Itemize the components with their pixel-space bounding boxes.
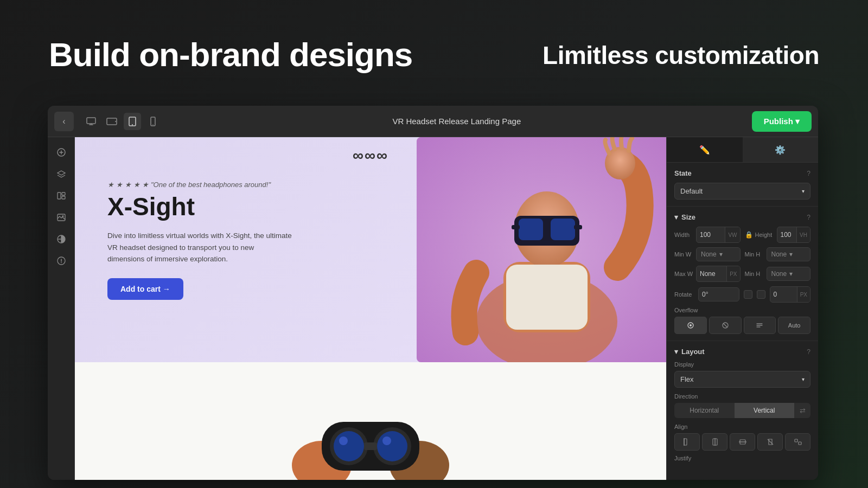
width-input-wrap: VW — [696, 227, 741, 243]
back-button[interactable]: ‹ — [54, 112, 74, 131]
height-unit: VH — [796, 227, 810, 242]
width-input[interactable] — [697, 228, 725, 241]
device-desktop-icon[interactable] — [82, 113, 100, 130]
svg-point-38 — [690, 324, 692, 326]
svg-rect-26 — [506, 265, 588, 330]
image-icon[interactable] — [52, 208, 71, 227]
svg-line-40 — [723, 323, 727, 328]
direction-swap-icon[interactable]: ⇄ — [794, 403, 810, 418]
min-w-value: None — [701, 251, 717, 258]
review-text: "One of the best headphones around!" — [151, 181, 271, 189]
device-tablet-landscape-icon[interactable] — [103, 113, 120, 130]
state-label: State — [674, 169, 692, 177]
max-w-input-wrap: PX — [696, 266, 741, 282]
back-icon: ‹ — [62, 117, 65, 126]
collapse-size-icon[interactable]: ▾ — [674, 213, 678, 221]
layout-icon[interactable] — [52, 186, 71, 206]
align-btn-5[interactable] — [785, 433, 810, 451]
svg-rect-36 — [364, 442, 377, 450]
rotate-input[interactable] — [699, 288, 739, 301]
min-w-field: Min W None ▾ — [674, 247, 741, 261]
tab-settings[interactable]: ⚙️ — [743, 137, 819, 162]
svg-point-12 — [62, 215, 63, 217]
overflow-visible-btn[interactable] — [674, 317, 707, 334]
lock-height-group: 🔒 Height VH — [745, 227, 811, 243]
svg-point-32 — [339, 436, 348, 445]
rotate-value-input[interactable] — [770, 288, 797, 301]
align-btn-1[interactable] — [674, 433, 700, 451]
max-w-input[interactable] — [697, 267, 726, 280]
rotate-checkbox1[interactable] — [744, 290, 752, 299]
lp-vr-image — [417, 137, 666, 362]
alert-icon[interactable] — [52, 251, 71, 271]
tab-style[interactable]: ✏️ — [667, 137, 743, 162]
overflow-hidden-btn[interactable] — [709, 317, 742, 334]
svg-rect-49 — [799, 442, 801, 445]
vr-person-svg — [417, 137, 666, 362]
add-to-cart-button[interactable]: Add to cart → — [107, 278, 183, 300]
lp-logo: ∞∞∞ — [353, 147, 388, 164]
rotate-label: Rotate — [674, 291, 694, 298]
state-value: Default — [680, 187, 703, 195]
max-w-unit: PX — [726, 266, 739, 281]
display-dropdown[interactable]: Flex ▾ — [674, 371, 810, 388]
min-h-value: None — [771, 251, 788, 258]
max-w-label: Max W — [674, 271, 694, 277]
theme-icon[interactable] — [52, 229, 71, 249]
width-label: Width — [674, 232, 694, 238]
svg-point-34 — [377, 431, 407, 461]
size-help-icon[interactable]: ? — [807, 214, 810, 221]
device-tablet-portrait-icon[interactable] — [124, 113, 141, 130]
collapse-layout-icon[interactable]: ▾ — [674, 348, 678, 356]
device-mobile-icon[interactable] — [144, 113, 162, 130]
align-btn-2[interactable] — [702, 433, 727, 451]
svg-point-6 — [152, 124, 154, 125]
rotate-checkbox2[interactable] — [757, 290, 765, 299]
overflow-scroll-btn[interactable] — [744, 317, 776, 334]
svg-rect-48 — [795, 439, 797, 442]
lp-hero: ∞∞∞ ★ ★ ★ ★ ★ "One of the best headphone… — [75, 137, 666, 362]
state-help-icon[interactable]: ? — [807, 170, 810, 177]
direction-horizontal-btn[interactable]: Horizontal — [674, 403, 735, 418]
direction-vertical-btn[interactable]: Vertical — [735, 403, 795, 418]
canvas-content: ∞∞∞ ★ ★ ★ ★ ★ "One of the best headphone… — [75, 137, 666, 480]
state-dropdown[interactable]: Default ▾ — [674, 183, 810, 200]
left-sidebar — [48, 137, 75, 480]
direction-row: Horizontal Vertical ⇄ — [674, 403, 810, 418]
lp-second-section — [75, 362, 666, 480]
overflow-row: Auto — [674, 317, 810, 334]
state-section-header: State ? — [674, 169, 810, 177]
state-chevron-icon: ▾ — [802, 188, 805, 194]
gear-icon: ⚙️ — [775, 145, 786, 155]
state-section: State ? Default ▾ — [667, 163, 818, 207]
svg-rect-9 — [62, 192, 65, 195]
max-h-wrap: None ▾ — [767, 267, 811, 281]
align-row — [674, 433, 810, 451]
layers-icon[interactable] — [52, 164, 71, 184]
width-unit: VW — [725, 227, 739, 242]
star-5: ★ — [142, 181, 149, 189]
size-maxwh-row: Max W PX Min H None ▾ — [674, 266, 810, 282]
editor-window: ‹ VR Headset Release Landing Page Publis… — [48, 106, 818, 480]
svg-point-4 — [132, 124, 133, 125]
height-label: Height — [755, 232, 775, 238]
canvas-area: ∞∞∞ ★ ★ ★ ★ ★ "One of the best headphone… — [75, 137, 666, 480]
star-2: ★ — [116, 181, 123, 189]
rotate-row: Rotate PX — [674, 286, 810, 303]
align-btn-4[interactable] — [757, 433, 783, 451]
add-icon[interactable] — [52, 143, 71, 162]
overflow-auto-btn[interactable]: Auto — [778, 317, 810, 334]
max-h-label: Min H — [745, 271, 764, 277]
height-input[interactable] — [777, 228, 797, 241]
lp-content: ★ ★ ★ ★ ★ "One of the best headphones ar… — [107, 181, 314, 300]
lp-stars-row: ★ ★ ★ ★ ★ "One of the best headphones ar… — [107, 181, 314, 189]
size-section: ▾ Size ? Width VW 🔒 — [667, 207, 818, 341]
align-btn-3[interactable] — [730, 433, 755, 451]
layout-help-icon[interactable]: ? — [807, 348, 810, 356]
max-w-field: Max W PX — [674, 266, 741, 282]
height-input-wrap: VH — [777, 227, 811, 243]
display-label: Display — [674, 361, 810, 368]
size-minwh-row: Min W None ▾ Min H None ▾ — [674, 247, 810, 261]
device-icons-group — [82, 113, 162, 130]
publish-button[interactable]: Publish ▾ — [752, 111, 812, 132]
